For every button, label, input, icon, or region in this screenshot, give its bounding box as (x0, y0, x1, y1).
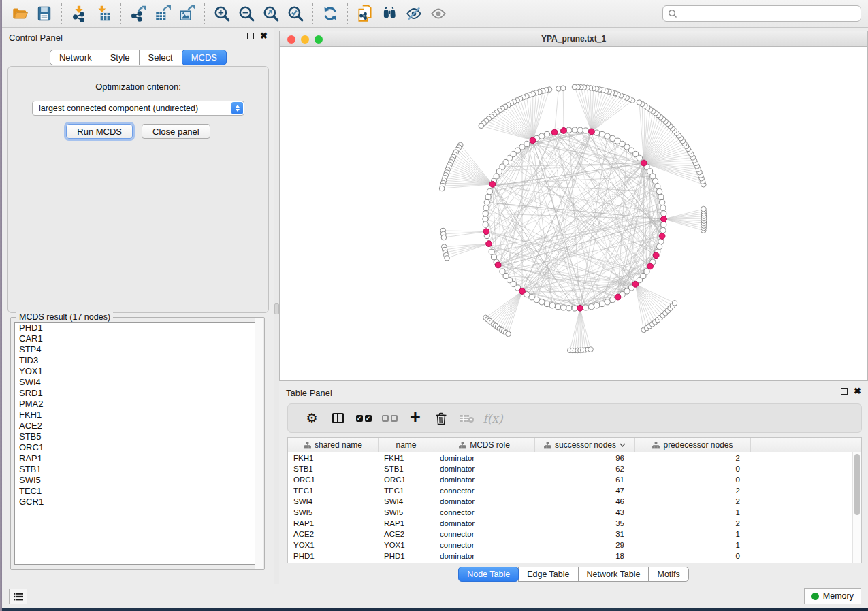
mcds-list-scrollbar[interactable] (255, 318, 263, 569)
network-node[interactable] (445, 256, 450, 261)
mcds-result-item[interactable]: CAR1 (15, 333, 260, 344)
network-node[interactable] (487, 188, 492, 194)
network-node[interactable] (583, 305, 588, 310)
network-node[interactable] (661, 222, 666, 227)
network-node[interactable] (652, 178, 658, 184)
network-hub-node[interactable] (615, 294, 621, 300)
mcds-result-item[interactable]: STB1 (15, 464, 260, 475)
network-hub-node[interactable] (519, 288, 526, 295)
table-row[interactable]: SWI5SWI5connector431 (288, 507, 861, 518)
tab-node-table[interactable]: Node Table (458, 567, 519, 582)
network-node[interactable] (566, 127, 572, 133)
network-share-button[interactable] (353, 2, 377, 25)
tab-edge-table[interactable]: Edge Table (518, 567, 578, 582)
network-node[interactable] (485, 194, 491, 199)
network-node[interactable] (658, 194, 664, 199)
network-node[interactable] (660, 227, 666, 233)
table-row[interactable]: RAP1RAP1dominator352 (288, 518, 861, 529)
column-layout-button[interactable] (325, 407, 351, 430)
network-hub-node[interactable] (659, 233, 665, 240)
zoom-selected-button[interactable] (283, 2, 308, 25)
search-field[interactable] (662, 5, 861, 22)
network-hub-node[interactable] (632, 281, 639, 287)
network-node[interactable] (524, 141, 530, 146)
network-node[interactable] (560, 305, 566, 310)
zoom-out-button[interactable] (234, 2, 259, 25)
export-image-button[interactable] (175, 2, 199, 25)
network-node[interactable] (566, 306, 572, 311)
delete-table-button[interactable] (454, 407, 480, 430)
network-hub-node[interactable] (647, 263, 654, 269)
network-window-titlebar[interactable]: YPA_prune.txt_1 (280, 31, 867, 47)
tab-motifs[interactable]: Motifs (648, 567, 688, 582)
network-node[interactable] (500, 269, 505, 274)
column-header-MCDS-role[interactable]: MCDS role (434, 438, 535, 452)
network-node[interactable] (544, 131, 549, 137)
delete-column-button[interactable] (428, 407, 454, 430)
task-history-button[interactable] (9, 589, 27, 604)
column-header-predecessor-nodes[interactable]: predecessor nodes (635, 438, 751, 452)
mcds-result-item[interactable]: STP4 (15, 344, 260, 355)
network-node[interactable] (539, 133, 545, 139)
network-canvas[interactable] (280, 47, 867, 380)
import-table-button[interactable] (91, 2, 116, 25)
memory-button[interactable]: Memory (804, 588, 861, 604)
network-node[interactable] (555, 304, 560, 310)
export-table-button[interactable] (150, 2, 175, 25)
network-node[interactable] (661, 211, 666, 216)
mcds-result-item[interactable]: SWI5 (15, 475, 260, 486)
tab-network-table[interactable]: Network Table (578, 567, 649, 582)
open-file-button[interactable] (7, 2, 32, 25)
search-input[interactable] (677, 7, 861, 20)
network-node[interactable] (506, 331, 511, 337)
tab-mcds[interactable]: MCDS (182, 50, 227, 65)
network-node[interactable] (549, 303, 555, 308)
network-node[interactable] (610, 297, 615, 302)
network-node[interactable] (655, 184, 660, 189)
table-row[interactable]: ACE2ACE2connector311 (288, 529, 861, 540)
network-node[interactable] (656, 188, 662, 194)
network-node[interactable] (605, 133, 610, 139)
network-node[interactable] (544, 301, 549, 306)
network-hub-node[interactable] (530, 137, 536, 144)
mcds-result-item[interactable]: STB5 (15, 431, 260, 442)
mcds-result-item[interactable]: SWI4 (15, 377, 260, 388)
vision-filter-button[interactable] (402, 2, 426, 25)
network-node[interactable] (441, 235, 447, 240)
criterion-dropdown[interactable]: largest connected component (undirected) (32, 101, 244, 116)
network-node[interactable] (660, 205, 666, 210)
network-node[interactable] (660, 199, 665, 205)
network-node[interactable] (656, 244, 662, 249)
tab-network[interactable]: Network (50, 50, 101, 65)
network-hub-node[interactable] (495, 262, 501, 268)
refresh-button[interactable] (318, 2, 342, 25)
network-node[interactable] (605, 299, 610, 305)
network-node[interactable] (483, 222, 488, 227)
network-hub-node[interactable] (486, 241, 492, 247)
float-window-icon[interactable] (841, 388, 848, 395)
network-node[interactable] (483, 211, 488, 216)
network-hub-node[interactable] (561, 128, 567, 134)
network-node[interactable] (577, 127, 583, 133)
mcds-result-item[interactable]: ACE2 (15, 420, 260, 431)
network-node[interactable] (594, 303, 599, 308)
network-node[interactable] (672, 301, 677, 306)
network-node[interactable] (572, 127, 577, 133)
mcds-result-item[interactable]: TID3 (15, 355, 260, 366)
table-row[interactable]: ORC1ORC1dominator610 (288, 474, 861, 485)
tab-style[interactable]: Style (101, 50, 140, 65)
table-row[interactable]: STB1STB1dominator620 (288, 463, 861, 474)
table-scrollbar[interactable] (852, 452, 861, 563)
export-network-button[interactable] (126, 2, 150, 25)
zoom-in-button[interactable] (210, 2, 234, 25)
mcds-result-item[interactable]: YOX1 (15, 366, 260, 377)
table-row[interactable]: PHD1PHD1dominator180 (288, 550, 861, 561)
eye-button[interactable] (426, 2, 451, 25)
float-window-icon[interactable] (247, 33, 254, 39)
column-header-successor-nodes[interactable]: successor nodes (535, 438, 635, 452)
zoom-fit-button[interactable] (259, 2, 283, 25)
network-node[interactable] (637, 155, 642, 161)
close-panel-button[interactable]: Close panel (142, 124, 210, 139)
network-node[interactable] (491, 254, 496, 260)
network-node[interactable] (599, 301, 605, 306)
